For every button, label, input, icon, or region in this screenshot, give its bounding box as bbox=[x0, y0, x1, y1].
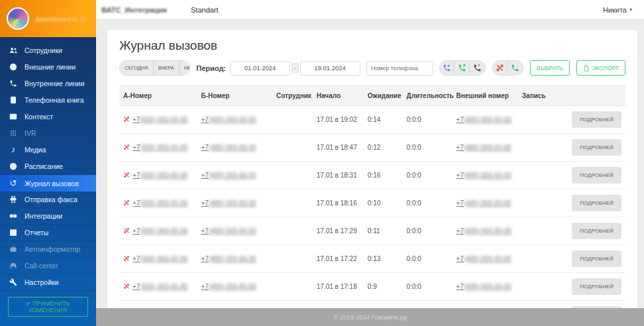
user-name: Никита bbox=[603, 6, 627, 14]
export-button[interactable]: ЭКСПОРТ bbox=[576, 60, 625, 76]
today-button[interactable]: СЕГОДНЯ bbox=[120, 61, 154, 75]
incoming-call-icon[interactable] bbox=[440, 61, 455, 75]
sidebar-item-internal-lines[interactable]: Внутренние линии bbox=[0, 76, 96, 92]
external-number-link[interactable]: +7(495) 000-00-00 bbox=[456, 144, 511, 151]
details-button[interactable]: ПОДРОБНЕЙ bbox=[572, 278, 621, 295]
external-number-link[interactable]: +7(495) 000-00-00 bbox=[456, 116, 511, 123]
b-number-link[interactable]: +7(495) 000-00-00 bbox=[201, 199, 256, 207]
table-row: +7(926) 000-00-00 +7(495) 000-00-00 17.0… bbox=[119, 162, 625, 190]
check-icon: ✔ bbox=[26, 300, 30, 307]
b-number-link[interactable]: +7(495) 000-00-00 bbox=[201, 144, 256, 151]
sidebar-item-label: Внутренние линии bbox=[25, 80, 84, 87]
details-button[interactable]: ПОДРОБНЕЙ bbox=[572, 167, 621, 184]
employee-cell bbox=[272, 162, 313, 190]
music-note-icon: ♪ bbox=[9, 146, 18, 154]
sidebar-item-phonebook[interactable]: Телефонная книга bbox=[0, 92, 96, 109]
sidebar: Деревянных Н. С. Сотрудники Внешние лини… bbox=[0, 0, 96, 326]
a-number-link[interactable]: +7(926) 000-00-00 bbox=[133, 227, 188, 235]
external-number-link[interactable]: +7(495) 000-00-00 bbox=[456, 199, 511, 207]
a-number-link[interactable]: +7(926) 000-00-00 bbox=[133, 283, 188, 290]
call-start: 17.01 в 17:22 bbox=[313, 245, 364, 273]
sidebar-item-schedule[interactable]: Расписание bbox=[0, 158, 96, 175]
table-row: +7(926) 000-00-00 +7(495) 000-00-00 17.0… bbox=[119, 134, 625, 162]
sidebar-item-media[interactable]: ♪ Медиа bbox=[0, 142, 96, 158]
document-icon bbox=[583, 65, 590, 72]
column-header-external: Внешний номер bbox=[453, 86, 518, 106]
outgoing-call-icon[interactable] bbox=[455, 61, 470, 75]
details-button[interactable]: ПОДРОБНЕЙ bbox=[572, 139, 621, 156]
b-number-link[interactable]: +7(495) 000-00-00 bbox=[201, 255, 256, 262]
employee-cell bbox=[272, 273, 313, 301]
call-duration: 0:0:0 bbox=[403, 106, 453, 134]
sidebar-item-label: Call-center bbox=[25, 262, 58, 270]
select-button[interactable]: ВЫБРАТЬ bbox=[530, 60, 570, 76]
copyright-text: © 2018-2024 Говорите.ру bbox=[333, 313, 406, 321]
details-button[interactable]: ПОДРОБНЕЙ bbox=[572, 111, 621, 128]
missed-call-icon[interactable] bbox=[493, 61, 508, 75]
record-cell bbox=[518, 106, 551, 134]
employee-cell bbox=[272, 245, 313, 273]
call-duration: 0:0:0 bbox=[403, 245, 453, 273]
missed-call-icon bbox=[123, 255, 130, 262]
users-icon bbox=[9, 46, 18, 54]
column-header-employee: Сотрудник bbox=[272, 86, 313, 106]
a-number-link[interactable]: +7(926) 000-00-00 bbox=[133, 144, 188, 151]
sidebar-item-reports[interactable]: Отчеты bbox=[0, 225, 96, 241]
call-type-filter-group: ? bbox=[439, 60, 486, 76]
date-from-input[interactable] bbox=[230, 61, 290, 76]
avatar[interactable] bbox=[7, 7, 29, 30]
phone-number-input[interactable] bbox=[366, 61, 433, 76]
a-number-link[interactable]: +7(926) 000-00-00 bbox=[133, 172, 188, 179]
user-menu[interactable]: Никита ▾ bbox=[603, 6, 632, 14]
integrations-icon bbox=[9, 212, 18, 220]
call-duration: 0:0:0 bbox=[403, 217, 453, 245]
sidebar-item-label: Отчеты bbox=[25, 229, 48, 237]
call-wait: 0:16 bbox=[364, 162, 403, 190]
call-log-table: А-Номер Б-Номер Сотрудник Начало Ожидани… bbox=[119, 85, 625, 326]
details-button[interactable]: ПОДРОБНЕЙ bbox=[572, 223, 621, 239]
employee-cell bbox=[272, 190, 313, 217]
date-to-input[interactable] bbox=[300, 61, 360, 76]
missed-call-icon bbox=[123, 172, 130, 178]
table-icon bbox=[9, 113, 18, 121]
yesterday-button[interactable]: ВЧЕРА bbox=[154, 61, 180, 75]
call-wait: 0:9 bbox=[364, 273, 403, 301]
table-row: +7(926) 000-00-00 +7(495) 000-00-00 17.0… bbox=[119, 217, 625, 245]
details-button[interactable]: ПОДРОБНЕЙ bbox=[572, 195, 621, 211]
sidebar-item-context[interactable]: Контекст bbox=[0, 109, 96, 125]
external-number-link[interactable]: +7(495) 000-00-00 bbox=[456, 172, 511, 179]
sidebar-profile[interactable]: Деревянных Н. С. bbox=[0, 0, 96, 37]
a-number-link[interactable]: +7(926) 000-00-00 bbox=[133, 199, 188, 207]
plan-name: Standart bbox=[191, 6, 219, 14]
sidebar-item-integrations[interactable]: Интеграции bbox=[0, 208, 96, 225]
sidebar-item-settings[interactable]: Настройки bbox=[0, 274, 96, 291]
sidebar-item-call-center: Call-center bbox=[0, 258, 96, 274]
b-number-link[interactable]: +7(495) 000-00-00 bbox=[201, 283, 256, 290]
missed-call-icon bbox=[123, 199, 130, 206]
week-button[interactable]: НЕДЕЛЯ bbox=[180, 61, 190, 75]
call-duration: 0:0:0 bbox=[403, 134, 453, 162]
sidebar-item-employees[interactable]: Сотрудники bbox=[0, 42, 96, 59]
b-number-link[interactable]: +7(495) 000-00-00 bbox=[201, 116, 256, 123]
sidebar-item-call-log[interactable]: ↺ Журнал вызовов bbox=[0, 175, 96, 191]
call-wait: 0:11 bbox=[364, 217, 403, 245]
answered-call-icon[interactable] bbox=[508, 61, 523, 75]
table-row: +7(926) 000-00-00 +7(495) 000-00-00 17.0… bbox=[119, 106, 625, 134]
topbar: ВАТС_Интеграция Standart Никита ▾ bbox=[96, 0, 644, 20]
apply-changes-button[interactable]: ✔ ПРИМЕНИТЬ ИЗМЕНЕНИЯ bbox=[8, 297, 88, 317]
sidebar-item-fax[interactable]: Отправка факса bbox=[0, 191, 96, 208]
external-number-link[interactable]: +7(495) 000-00-00 bbox=[456, 283, 511, 290]
call-start: 17.01 в 17:29 bbox=[313, 217, 364, 245]
unanswered-call-icon[interactable]: ? bbox=[470, 61, 485, 75]
sidebar-item-autoinformer: Автоинформатор bbox=[0, 241, 96, 258]
a-number-link[interactable]: +7(926) 000-00-00 bbox=[133, 116, 188, 123]
external-number-link[interactable]: +7(495) 000-00-00 bbox=[456, 227, 511, 235]
external-number-link[interactable]: +7(495) 000-00-00 bbox=[456, 255, 511, 262]
app-window: Деревянных Н. С. Сотрудники Внешние лини… bbox=[0, 0, 644, 326]
b-number-link[interactable]: +7(495) 000-00-00 bbox=[201, 227, 256, 235]
b-number-link[interactable]: +7(495) 000-00-00 bbox=[201, 172, 256, 179]
employee-cell bbox=[272, 106, 313, 134]
sidebar-item-external-lines[interactable]: Внешние линии bbox=[0, 59, 96, 76]
a-number-link[interactable]: +7(926) 000-00-00 bbox=[133, 255, 188, 262]
details-button[interactable]: ПОДРОБНЕЙ bbox=[572, 250, 621, 267]
